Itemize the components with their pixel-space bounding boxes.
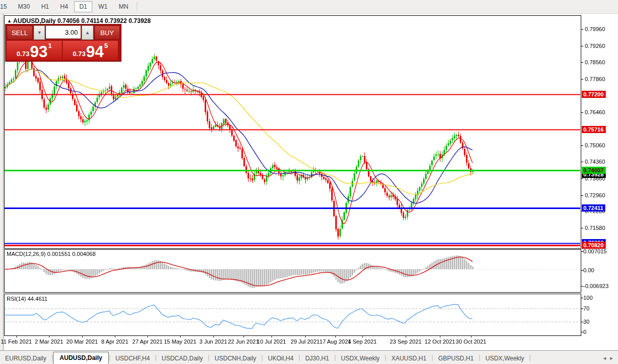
one-click-trading-panel: SELL ▼ ▲ BUY 0.73931 0.73945 bbox=[5, 24, 121, 62]
symbol-tab-bar: EURUSD,Daily|AUDUSD,Daily|USDCHF,H4|USDC… bbox=[0, 350, 618, 364]
tab-gbpusd-h1[interactable]: GBPUSD,H1 bbox=[433, 353, 479, 364]
timeframe-button-w1[interactable]: W1 bbox=[93, 1, 113, 12]
tab-usdx-weekly[interactable]: USDX,Weekly bbox=[336, 353, 385, 364]
timeframe-button-m30[interactable]: M30 bbox=[13, 1, 35, 12]
volume-down-button[interactable]: ▼ bbox=[34, 25, 45, 40]
timeframe-button-h4[interactable]: H4 bbox=[55, 1, 73, 12]
tab-audusd-daily[interactable]: AUDUSD,Daily bbox=[53, 352, 109, 364]
toolbar-separator bbox=[137, 2, 137, 11]
tab-xauusd-h1[interactable]: XAUUSD,H1 bbox=[386, 353, 432, 364]
volume-up-button[interactable]: ▲ bbox=[82, 25, 93, 40]
timeframe-button-d1[interactable]: D1 bbox=[74, 1, 92, 12]
volume-input[interactable] bbox=[46, 25, 81, 39]
tab-usdchf-h4[interactable]: USDCHF,H4 bbox=[110, 353, 155, 364]
tab-dj30-h1[interactable]: DJ30,H1 bbox=[300, 353, 334, 364]
tabs-scroll-left-icon[interactable]: ◂ bbox=[603, 355, 606, 361]
sell-button[interactable]: SELL bbox=[7, 25, 33, 40]
timeframe-button-mn[interactable]: MN bbox=[114, 1, 134, 12]
tab-usdx-weekly[interactable]: USDX,Weekly bbox=[480, 353, 529, 364]
buy-price-box[interactable]: 0.73945 bbox=[63, 41, 118, 60]
tab-separator: | bbox=[529, 354, 531, 361]
tab-usdcnh-daily[interactable]: USDCNH,Daily bbox=[210, 353, 261, 364]
tab-usdcad-daily[interactable]: USDCAD,Daily bbox=[157, 353, 208, 364]
timeframe-button-15[interactable]: 15 bbox=[0, 1, 12, 12]
tab-ukoil-h4[interactable]: UKOil,H4 bbox=[263, 353, 299, 364]
timeframe-button-h1[interactable]: H1 bbox=[36, 1, 54, 12]
tabs-scroll-right-icon[interactable]: ▸ bbox=[610, 355, 613, 361]
sell-price-box[interactable]: 0.73931 bbox=[7, 41, 62, 60]
buy-button[interactable]: BUY bbox=[94, 25, 120, 40]
tab-eurusd-daily[interactable]: EURUSD,Daily bbox=[0, 353, 52, 364]
timeframe-toolbar: 15M30H1H4D1W1MN bbox=[0, 0, 618, 14]
